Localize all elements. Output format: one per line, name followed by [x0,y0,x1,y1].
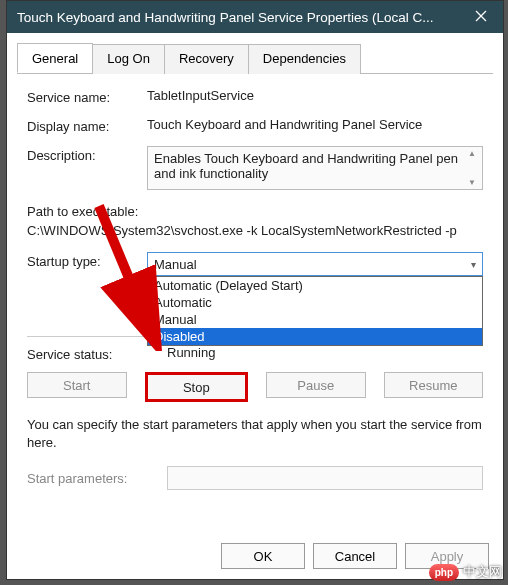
start-parameters-label: Start parameters: [27,471,167,486]
description-label: Description: [27,146,147,163]
start-parameters-input[interactable] [167,466,483,490]
watermark-text: 中文网 [463,563,502,581]
watermark-badge: php [429,564,459,581]
service-name-label: Service name: [27,88,147,105]
tab-general[interactable]: General [17,43,93,73]
tab-logon[interactable]: Log On [92,44,165,74]
watermark: php 中文网 [429,563,502,581]
properties-dialog: Touch Keyboard and Handwriting Panel Ser… [6,0,504,580]
path-label: Path to executable: [27,204,483,219]
startup-type-select[interactable]: Manual ▾ [147,252,483,276]
tab-dependencies[interactable]: Dependencies [248,44,361,74]
start-parameters-note: You can specify the start parameters tha… [27,416,483,452]
chevron-down-icon: ▾ [471,259,476,270]
scroll-up-icon: ▲ [468,149,480,158]
description-scrollbar[interactable]: ▲ ▼ [468,149,480,187]
resume-button[interactable]: Resume [384,372,484,398]
pause-button[interactable]: Pause [266,372,366,398]
path-value: C:\WINDOWS\System32\svchost.exe -k Local… [27,223,483,238]
description-box: Enables Touch Keyboard and Handwriting P… [147,146,483,190]
close-button[interactable] [459,1,503,33]
scroll-down-icon: ▼ [468,178,480,187]
description-text: Enables Touch Keyboard and Handwriting P… [154,151,458,181]
general-panel: Service name: TabletInputService Display… [17,74,493,500]
cancel-button[interactable]: Cancel [313,543,397,569]
start-button[interactable]: Start [27,372,127,398]
service-status-label: Service status: [27,345,167,362]
option-disabled[interactable]: Disabled [148,328,482,345]
startup-type-dropdown: Automatic (Delayed Start) Automatic Manu… [147,276,483,346]
ok-button[interactable]: OK [221,543,305,569]
stop-button[interactable]: Stop [145,372,249,402]
service-name-value: TabletInputService [147,88,483,103]
titlebar: Touch Keyboard and Handwriting Panel Ser… [7,1,503,33]
tab-strip: General Log On Recovery Dependencies [17,43,493,74]
startup-type-label: Startup type: [27,252,147,269]
option-automatic-delayed[interactable]: Automatic (Delayed Start) [148,277,482,294]
window-title: Touch Keyboard and Handwriting Panel Ser… [17,10,459,25]
close-icon [475,10,487,25]
startup-type-value: Manual [154,257,197,272]
option-manual[interactable]: Manual [148,311,482,328]
tab-recovery[interactable]: Recovery [164,44,249,74]
display-name-value: Touch Keyboard and Handwriting Panel Ser… [147,117,483,132]
display-name-label: Display name: [27,117,147,134]
service-status-value: Running [167,345,483,360]
option-automatic[interactable]: Automatic [148,294,482,311]
